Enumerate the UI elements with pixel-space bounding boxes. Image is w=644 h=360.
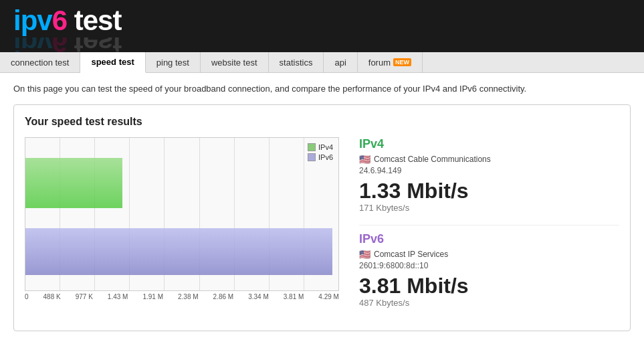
ipv4-speed-mbits: 1.33 Mbit/s [359, 179, 619, 203]
x-label-5: 2.38 M [178, 293, 199, 300]
x-label-4: 1.91 M [142, 293, 163, 300]
logo-reflection: ipv6 test [13, 37, 631, 52]
ipv4-isp: 🇺🇸 Comcast Cable Communications [359, 154, 619, 165]
nav-speed-test-label: speed test [91, 57, 134, 67]
nav-statistics[interactable]: statistics [269, 52, 324, 72]
navigation: connection test speed test ping test web… [0, 52, 644, 73]
x-axis: 0 488 K 977 K 1.43 M 1.91 M 2.38 M 2.86 … [25, 293, 339, 300]
nav-website-test[interactable]: website test [201, 52, 269, 72]
chart-container: IPv4 IPv6 0 488 K 977 K 1.43 M 1.91 M [25, 137, 619, 320]
forum-new-badge: NEW [393, 58, 411, 66]
ipv6-speed-mbits: 3.81 Mbit/s [359, 274, 619, 298]
nav-connection-test-label: connection test [11, 58, 69, 68]
nav-forum-label: forum [368, 58, 391, 68]
nav-statistics-label: statistics [280, 58, 313, 68]
results-panel: IPv4 🇺🇸 Comcast Cable Communications 24.… [352, 137, 619, 320]
x-label-9: 4.29 M [318, 293, 339, 300]
chart-wrap: IPv4 IPv6 0 488 K 977 K 1.43 M 1.91 M [25, 137, 339, 300]
ipv6-result-label: IPv6 [359, 232, 619, 246]
logo-ipv: ipv [13, 5, 52, 36]
ipv4-ip: 24.6.94.149 [359, 166, 619, 175]
ipv6-speed-kbytes: 487 Kbytes/s [359, 298, 619, 308]
ipv6-flag: 🇺🇸 [359, 249, 370, 260]
legend-ipv6: IPv6 [308, 153, 333, 161]
logo-test: test [67, 5, 121, 36]
ipv6-isp-name: Comcast IP Services [374, 250, 448, 259]
nav-forum[interactable]: forum NEW [358, 52, 423, 72]
x-label-3: 1.43 M [108, 293, 128, 300]
chart-area: IPv4 IPv6 [25, 137, 339, 291]
x-label-1: 488 K [43, 293, 61, 300]
ipv4-isp-name: Comcast Cable Communications [374, 155, 491, 164]
legend-ipv4: IPv4 [308, 143, 333, 151]
nav-api-label: api [334, 58, 346, 68]
bar-ipv6 [25, 228, 332, 275]
intro-text: On this page you can test the speed of y… [13, 84, 631, 94]
x-label-6: 2.86 M [213, 293, 234, 300]
logo: ipv6 test [13, 7, 631, 37]
header: ipv6 test ipv6 test [0, 0, 644, 52]
ipv6-result-section: IPv6 🇺🇸 Comcast IP Services 2601:9:6800:… [359, 232, 619, 308]
x-label-2: 977 K [76, 293, 93, 300]
x-label-8: 3.81 M [284, 293, 304, 300]
divider [359, 225, 619, 226]
ipv4-result-section: IPv4 🇺🇸 Comcast Cable Communications 24.… [359, 137, 619, 213]
legend-ipv4-box [308, 143, 316, 151]
nav-connection-test[interactable]: connection test [0, 52, 80, 72]
nav-website-test-label: website test [211, 58, 257, 68]
ipv4-result-label: IPv4 [359, 137, 619, 151]
nav-speed-test[interactable]: speed test [80, 52, 145, 73]
main-content: On this page you can test the speed of y… [0, 73, 644, 342]
legend-ipv4-label: IPv4 [318, 143, 333, 151]
x-label-0: 0 [25, 293, 29, 300]
nav-ping-test[interactable]: ping test [146, 52, 201, 72]
results-card: Your speed test results [13, 104, 631, 331]
legend-ipv6-box [308, 153, 316, 161]
ipv6-ip: 2601:9:6800:8d::10 [359, 261, 619, 270]
ipv4-flag: 🇺🇸 [359, 154, 370, 165]
ipv4-speed-kbytes: 171 Kbytes/s [359, 203, 619, 213]
nav-api[interactable]: api [324, 52, 357, 72]
legend-ipv6-label: IPv6 [318, 153, 333, 161]
logo-six: 6 [52, 5, 67, 36]
chart-legend: IPv4 IPv6 [308, 143, 333, 161]
bar-ipv4 [25, 158, 122, 208]
nav-ping-test-label: ping test [156, 58, 189, 68]
ipv6-isp: 🇺🇸 Comcast IP Services [359, 249, 619, 260]
results-title: Your speed test results [25, 116, 619, 128]
x-label-7: 3.34 M [248, 293, 269, 300]
